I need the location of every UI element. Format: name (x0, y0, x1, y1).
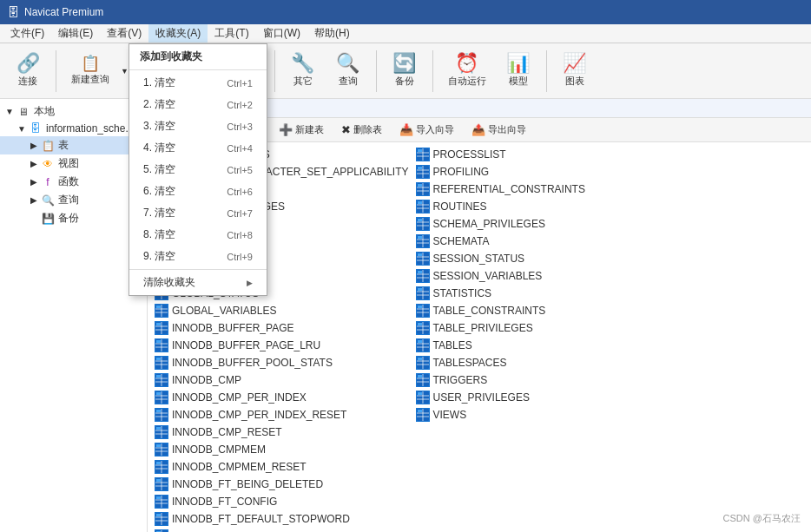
favorites-item-7[interactable]: 7. 清空Ctrl+7 (129, 202, 267, 224)
table-name: SCHEMA_PRIVILEGES (433, 218, 545, 230)
table-item-innodb_ft_deleted[interactable]: INNODB_FT_DELETED (151, 528, 412, 532)
table-icon (155, 425, 168, 439)
sidebar-icon-views: 👁 (40, 158, 56, 170)
svg-rect-199 (418, 392, 422, 395)
table-item-schema_privileges[interactable]: SCHEMA_PRIVILEGES (412, 215, 589, 233)
table-item-views[interactable]: VIEWS (412, 406, 589, 424)
sidebar-item-local[interactable]: ▼ 🖥 本地 (0, 102, 147, 121)
table-item-innodb_cmp_per_index[interactable]: INNODB_CMP_PER_INDEX (151, 389, 412, 406)
table-name: TABLESPACES (433, 357, 507, 369)
svg-rect-149 (418, 219, 422, 221)
sidebar-arrow-information_schema: ▼ (16, 124, 28, 134)
clear-favorites[interactable]: 清除收藏夹 (129, 272, 267, 293)
svg-rect-74 (156, 392, 161, 395)
table-item-innodb_buffer_page[interactable]: INNODB_BUFFER_PAGE (151, 319, 412, 337)
menu-item-window[interactable]: 窗口(W) (256, 24, 307, 43)
dropdown-separator-1 (129, 69, 267, 70)
svg-rect-184 (418, 340, 422, 343)
obj-btn-label-delete-table: 删除表 (353, 123, 382, 136)
favorites-item-label-1: 1. 清空 (143, 76, 175, 90)
menu-item-help[interactable]: 帮助(H) (307, 24, 357, 43)
table-item-innodb_cmp_per_index_reset[interactable]: INNODB_CMP_PER_INDEX_RESET (151, 406, 412, 424)
table-item-statistics[interactable]: STATISTICS (412, 285, 589, 302)
table-item-innodb_cmpmem_reset[interactable]: INNODB_CMPMEM_RESET (151, 458, 412, 476)
table-item-triggers[interactable]: TRIGGERS (412, 371, 589, 389)
shortcut-3: Ctrl+3 (227, 122, 253, 132)
table-icon (416, 182, 430, 196)
table-item-profiling[interactable]: PROFILING (412, 163, 589, 181)
toolbar-btn-backup[interactable]: 🔄备份 (384, 47, 425, 95)
table-item-table_constraints[interactable]: TABLE_CONSTRAINTS (412, 302, 589, 319)
menu-item-edit[interactable]: 编辑(E) (51, 24, 100, 43)
obj-btn-export-wizard[interactable]: 📤导出向导 (464, 121, 534, 140)
toolbar-divider-6 (376, 50, 377, 92)
table-icon (416, 148, 430, 161)
table-item-user_privileges[interactable]: USER_PRIVILEGES (412, 389, 589, 406)
table-item-innodb_cmp_reset[interactable]: INNODB_CMP_RESET (151, 424, 412, 441)
table-name: ROUTINES (433, 200, 487, 213)
toolbar-btn-other[interactable]: 🔧其它 (282, 47, 324, 95)
table-item-processlist[interactable]: PROCESSLIST (412, 146, 589, 163)
table-item-table_privileges[interactable]: TABLE_PRIVILEGES (412, 319, 589, 337)
toolbar: 🔗连接📋新建查询▼📋视图f(x)函数👤用户🔧其它🔍查询🔄备份⏰自动运行📊模型📈图… (0, 43, 811, 99)
favorites-item-2[interactable]: 2. 清空Ctrl+2 (129, 94, 267, 115)
favorites-item-9[interactable]: 9. 清空Ctrl+9 (129, 246, 267, 267)
obj-btn-import-wizard[interactable]: 📥导入向导 (392, 121, 462, 140)
toolbar-btn-auto-run[interactable]: ⏰自动运行 (440, 47, 494, 95)
sidebar-item-information_schema[interactable]: ▼ 🗄 information_sche... (0, 121, 147, 136)
favorites-item-6[interactable]: 6. 清空Ctrl+6 (129, 181, 267, 202)
table-item-referential_constraints[interactable]: REFERENTIAL_CONSTRAINTS (412, 181, 589, 198)
table-item-innodb_buffer_page_lru[interactable]: INNODB_BUFFER_PAGE_LRU (151, 337, 412, 354)
favorites-item-8[interactable]: 8. 清空Ctrl+8 (129, 224, 267, 246)
table-item-routines[interactable]: ROUTINES (412, 198, 589, 215)
sidebar-label-tables: 表 (58, 138, 69, 153)
table-item-session_status[interactable]: SESSION_STATUS (412, 250, 589, 267)
menu-item-view[interactable]: 查看(V) (100, 24, 148, 43)
shortcut-4: Ctrl+4 (227, 143, 253, 154)
sidebar-item-queries[interactable]: ▶ 🔍 查询 (0, 191, 147, 209)
favorites-item-1[interactable]: 1. 清空Ctrl+1 (129, 72, 267, 94)
table-icon (155, 391, 168, 404)
table-item-innodb_cmp[interactable]: INNODB_CMP (151, 371, 412, 389)
toolbar-btn-model[interactable]: 📊模型 (498, 47, 539, 95)
menu-item-favorites[interactable]: 收藏夹(A) (148, 24, 208, 43)
menu-item-file[interactable]: 文件(F) (3, 24, 51, 43)
toolbar-btn-new-query[interactable]: 📋新建查询 (63, 47, 117, 95)
table-item-innodb_cmpmem[interactable]: INNODB_CMPMEM (151, 441, 412, 458)
toolbar-btn-query[interactable]: 🔍查询 (327, 47, 369, 95)
svg-rect-109 (156, 514, 161, 516)
favorites-item-3[interactable]: 3. 清空Ctrl+3 (129, 115, 267, 137)
sidebar-item-tables[interactable]: ▶ 📋 表 (0, 136, 147, 154)
obj-btn-label-export-wizard: 导出向导 (488, 123, 526, 136)
table-name: VIEWS (433, 409, 467, 421)
table-item-innodb_buffer_pool_stats[interactable]: INNODB_BUFFER_POOL_STATS (151, 354, 412, 371)
table-name: INNODB_CMP_PER_INDEX_RESET (172, 409, 346, 421)
table-item-innodb_ft_default_stopword[interactable]: INNODB_FT_DEFAULT_STOPWORD (151, 510, 412, 528)
clear-favorites-label: 清除收藏夹 (143, 275, 195, 290)
table-item-tables[interactable]: TABLES (412, 337, 589, 354)
table-item-schemata[interactable]: SCHEMATA (412, 233, 589, 250)
obj-btn-delete-table[interactable]: ✖删除表 (333, 121, 390, 140)
toolbar-btn-report[interactable]: 📈图表 (554, 47, 596, 95)
sidebar-label-views: 视图 (58, 156, 79, 171)
sidebar-arrow-local: ▼ (3, 107, 16, 116)
table-item-global_variables[interactable]: GLOBAL_VARIABLES (151, 302, 412, 319)
sidebar-item-views[interactable]: ▶ 👁 视图 (0, 154, 147, 173)
table-item-innodb_ft_being_deleted[interactable]: INNODB_FT_BEING_DELETED (151, 476, 412, 493)
favorites-item-4[interactable]: 4. 清空Ctrl+4 (129, 137, 267, 159)
favorites-item-5[interactable]: 5. 清空Ctrl+5 (129, 159, 267, 181)
table-icon (155, 373, 168, 387)
menu-item-tools[interactable]: 工具(T) (208, 24, 255, 43)
table-item-innodb_ft_config[interactable]: INNODB_FT_CONFIG (151, 493, 412, 510)
sidebar-item-functions[interactable]: ▶ f 函数 (0, 173, 147, 191)
sidebar-item-backups[interactable]: 💾 备份 (0, 209, 147, 227)
obj-btn-new-table[interactable]: ➕新建表 (271, 121, 332, 140)
svg-rect-159 (418, 253, 422, 256)
toolbar-group-new-query: 📋新建查询▼ (63, 47, 132, 95)
toolbar-btn-connect[interactable]: 🔗连接 (7, 47, 49, 95)
table-item-session_variables[interactable]: SESSION_VARIABLES (412, 267, 589, 285)
svg-rect-84 (156, 427, 161, 430)
table-item-tablespaces[interactable]: TABLESPACES (412, 354, 589, 371)
favorites-item-label-9: 9. 清空 (143, 249, 175, 264)
dropdown-header[interactable]: 添加到收藏夹 (129, 46, 267, 68)
